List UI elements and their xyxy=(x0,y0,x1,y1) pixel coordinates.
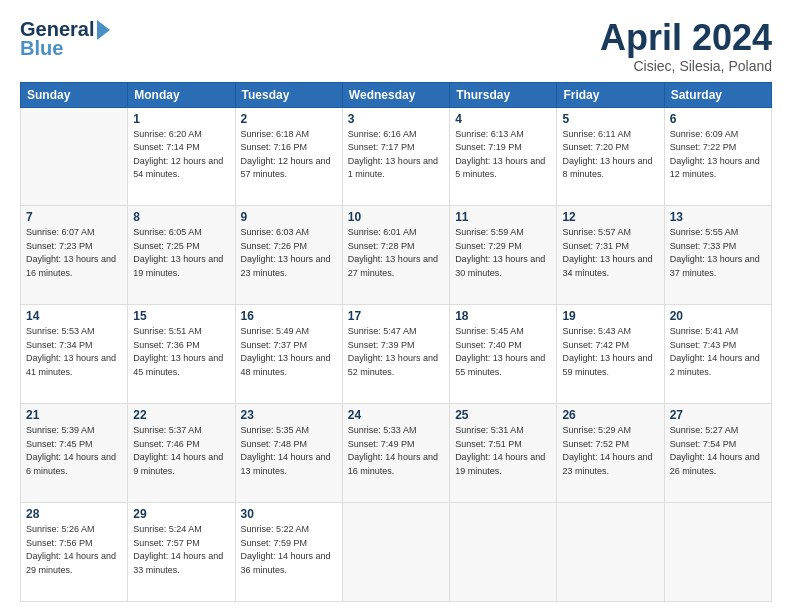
day-info: Sunrise: 6:07 AMSunset: 7:23 PMDaylight:… xyxy=(26,226,122,280)
daylight-text-2: 26 minutes. xyxy=(670,465,766,479)
daylight-text-2: 29 minutes. xyxy=(26,564,122,578)
calendar-cell: 29Sunrise: 5:24 AMSunset: 7:57 PMDayligh… xyxy=(128,503,235,602)
calendar-cell: 10Sunrise: 6:01 AMSunset: 7:28 PMDayligh… xyxy=(342,206,449,305)
sunset-text: Sunset: 7:31 PM xyxy=(562,240,658,254)
day-number: 9 xyxy=(241,210,337,224)
header-friday: Friday xyxy=(557,82,664,107)
daylight-text-2: 16 minutes. xyxy=(348,465,444,479)
sunrise-text: Sunrise: 6:13 AM xyxy=(455,128,551,142)
daylight-text-2: 52 minutes. xyxy=(348,366,444,380)
daylight-text-2: 6 minutes. xyxy=(26,465,122,479)
calendar-cell: 1Sunrise: 6:20 AMSunset: 7:14 PMDaylight… xyxy=(128,107,235,206)
day-number: 20 xyxy=(670,309,766,323)
day-number: 7 xyxy=(26,210,122,224)
daylight-text-1: Daylight: 13 hours and xyxy=(670,253,766,267)
calendar-cell: 13Sunrise: 5:55 AMSunset: 7:33 PMDayligh… xyxy=(664,206,771,305)
sunset-text: Sunset: 7:17 PM xyxy=(348,141,444,155)
day-info: Sunrise: 6:16 AMSunset: 7:17 PMDaylight:… xyxy=(348,128,444,182)
day-number: 15 xyxy=(133,309,229,323)
day-info: Sunrise: 5:27 AMSunset: 7:54 PMDaylight:… xyxy=(670,424,766,478)
day-info: Sunrise: 5:51 AMSunset: 7:36 PMDaylight:… xyxy=(133,325,229,379)
sunset-text: Sunset: 7:20 PM xyxy=(562,141,658,155)
calendar-cell: 30Sunrise: 5:22 AMSunset: 7:59 PMDayligh… xyxy=(235,503,342,602)
day-info: Sunrise: 5:33 AMSunset: 7:49 PMDaylight:… xyxy=(348,424,444,478)
daylight-text-2: 12 minutes. xyxy=(670,168,766,182)
daylight-text-1: Daylight: 13 hours and xyxy=(348,253,444,267)
calendar-cell: 8Sunrise: 6:05 AMSunset: 7:25 PMDaylight… xyxy=(128,206,235,305)
sunset-text: Sunset: 7:26 PM xyxy=(241,240,337,254)
day-info: Sunrise: 6:03 AMSunset: 7:26 PMDaylight:… xyxy=(241,226,337,280)
daylight-text-1: Daylight: 14 hours and xyxy=(562,451,658,465)
daylight-text-2: 45 minutes. xyxy=(133,366,229,380)
day-number: 5 xyxy=(562,112,658,126)
daylight-text-1: Daylight: 13 hours and xyxy=(241,352,337,366)
day-number: 21 xyxy=(26,408,122,422)
header: General Blue April 2024 Cisiec, Silesia,… xyxy=(20,18,772,74)
day-number: 11 xyxy=(455,210,551,224)
calendar-cell: 27Sunrise: 5:27 AMSunset: 7:54 PMDayligh… xyxy=(664,404,771,503)
calendar-cell: 4Sunrise: 6:13 AMSunset: 7:19 PMDaylight… xyxy=(450,107,557,206)
sunset-text: Sunset: 7:49 PM xyxy=(348,438,444,452)
day-number: 4 xyxy=(455,112,551,126)
sunset-text: Sunset: 7:43 PM xyxy=(670,339,766,353)
calendar-cell: 25Sunrise: 5:31 AMSunset: 7:51 PMDayligh… xyxy=(450,404,557,503)
sunset-text: Sunset: 7:57 PM xyxy=(133,537,229,551)
title-section: April 2024 Cisiec, Silesia, Poland xyxy=(600,18,772,74)
sunrise-text: Sunrise: 5:26 AM xyxy=(26,523,122,537)
sunrise-text: Sunrise: 6:09 AM xyxy=(670,128,766,142)
day-info: Sunrise: 5:26 AMSunset: 7:56 PMDaylight:… xyxy=(26,523,122,577)
daylight-text-1: Daylight: 13 hours and xyxy=(562,155,658,169)
week-row-1: 1Sunrise: 6:20 AMSunset: 7:14 PMDaylight… xyxy=(21,107,772,206)
sunrise-text: Sunrise: 5:59 AM xyxy=(455,226,551,240)
sunrise-text: Sunrise: 6:07 AM xyxy=(26,226,122,240)
week-row-5: 28Sunrise: 5:26 AMSunset: 7:56 PMDayligh… xyxy=(21,503,772,602)
sunset-text: Sunset: 7:51 PM xyxy=(455,438,551,452)
day-info: Sunrise: 5:55 AMSunset: 7:33 PMDaylight:… xyxy=(670,226,766,280)
calendar-cell: 24Sunrise: 5:33 AMSunset: 7:49 PMDayligh… xyxy=(342,404,449,503)
sunrise-text: Sunrise: 5:55 AM xyxy=(670,226,766,240)
daylight-text-2: 48 minutes. xyxy=(241,366,337,380)
day-number: 22 xyxy=(133,408,229,422)
daylight-text-1: Daylight: 14 hours and xyxy=(133,451,229,465)
sunrise-text: Sunrise: 5:39 AM xyxy=(26,424,122,438)
day-info: Sunrise: 5:49 AMSunset: 7:37 PMDaylight:… xyxy=(241,325,337,379)
daylight-text-2: 19 minutes. xyxy=(455,465,551,479)
daylight-text-2: 5 minutes. xyxy=(455,168,551,182)
sunrise-text: Sunrise: 5:45 AM xyxy=(455,325,551,339)
day-info: Sunrise: 5:37 AMSunset: 7:46 PMDaylight:… xyxy=(133,424,229,478)
location-subtitle: Cisiec, Silesia, Poland xyxy=(600,58,772,74)
day-number: 12 xyxy=(562,210,658,224)
sunrise-text: Sunrise: 5:49 AM xyxy=(241,325,337,339)
day-number: 25 xyxy=(455,408,551,422)
day-info: Sunrise: 5:57 AMSunset: 7:31 PMDaylight:… xyxy=(562,226,658,280)
daylight-text-1: Daylight: 14 hours and xyxy=(26,451,122,465)
sunset-text: Sunset: 7:56 PM xyxy=(26,537,122,551)
calendar-cell: 5Sunrise: 6:11 AMSunset: 7:20 PMDaylight… xyxy=(557,107,664,206)
day-info: Sunrise: 6:05 AMSunset: 7:25 PMDaylight:… xyxy=(133,226,229,280)
sunset-text: Sunset: 7:23 PM xyxy=(26,240,122,254)
day-info: Sunrise: 5:45 AMSunset: 7:40 PMDaylight:… xyxy=(455,325,551,379)
sunrise-text: Sunrise: 5:41 AM xyxy=(670,325,766,339)
header-sunday: Sunday xyxy=(21,82,128,107)
day-info: Sunrise: 6:01 AMSunset: 7:28 PMDaylight:… xyxy=(348,226,444,280)
daylight-text-2: 2 minutes. xyxy=(670,366,766,380)
sunrise-text: Sunrise: 5:31 AM xyxy=(455,424,551,438)
daylight-text-2: 27 minutes. xyxy=(348,267,444,281)
weekday-header-row: Sunday Monday Tuesday Wednesday Thursday… xyxy=(21,82,772,107)
calendar-cell: 12Sunrise: 5:57 AMSunset: 7:31 PMDayligh… xyxy=(557,206,664,305)
header-saturday: Saturday xyxy=(664,82,771,107)
day-info: Sunrise: 6:20 AMSunset: 7:14 PMDaylight:… xyxy=(133,128,229,182)
daylight-text-2: 13 minutes. xyxy=(241,465,337,479)
calendar-cell: 20Sunrise: 5:41 AMSunset: 7:43 PMDayligh… xyxy=(664,305,771,404)
daylight-text-1: Daylight: 13 hours and xyxy=(562,352,658,366)
daylight-text-1: Daylight: 14 hours and xyxy=(241,451,337,465)
page: General Blue April 2024 Cisiec, Silesia,… xyxy=(0,0,792,612)
daylight-text-2: 19 minutes. xyxy=(133,267,229,281)
day-number: 3 xyxy=(348,112,444,126)
sunset-text: Sunset: 7:22 PM xyxy=(670,141,766,155)
sunrise-text: Sunrise: 5:43 AM xyxy=(562,325,658,339)
sunset-text: Sunset: 7:25 PM xyxy=(133,240,229,254)
sunset-text: Sunset: 7:42 PM xyxy=(562,339,658,353)
daylight-text-1: Daylight: 14 hours and xyxy=(670,352,766,366)
sunrise-text: Sunrise: 5:33 AM xyxy=(348,424,444,438)
